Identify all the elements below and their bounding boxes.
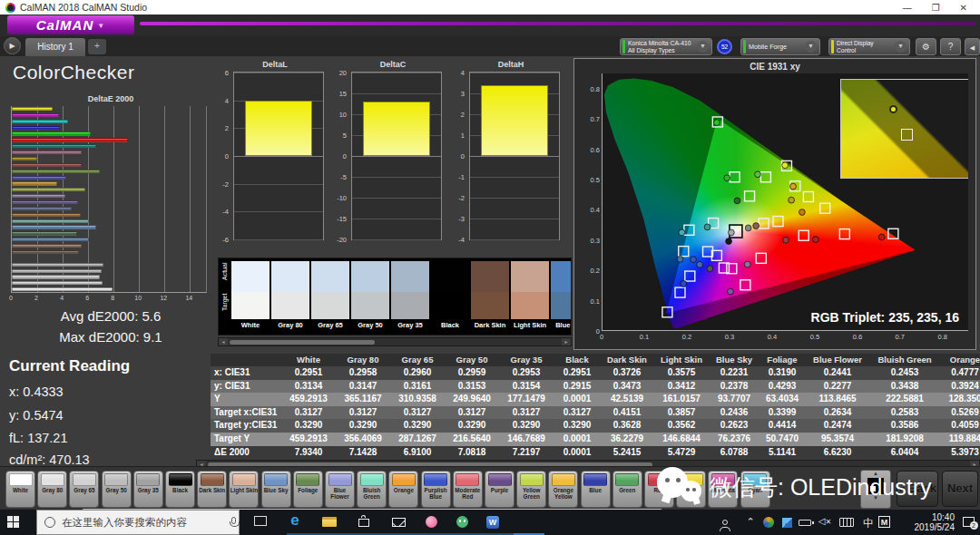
table-row: Y459.2913365.1167310.9358249.9640177.147… — [211, 393, 980, 406]
swatch-gray-80: Gray 80 — [271, 261, 309, 332]
photos-icon[interactable] — [423, 514, 439, 530]
people-icon[interactable] — [717, 517, 733, 533]
start-button[interactable] — [7, 516, 20, 529]
axis-tick-label: 0 — [214, 152, 229, 160]
back-button[interactable]: « Back — [897, 471, 938, 507]
source-button[interactable]: Mobile Forge ▼ — [740, 38, 820, 55]
touch-keyboard-icon[interactable] — [838, 514, 855, 530]
tray-expand-icon[interactable]: ⌃ — [742, 516, 759, 532]
swatch-target — [511, 292, 549, 319]
patch-button-black[interactable]: Black — [165, 471, 195, 508]
table-row: Target x:CIE310.31270.31270.31270.31270.… — [211, 406, 980, 420]
chevron-down-icon: ▼ — [697, 41, 709, 53]
gear-icon: ⚙ — [922, 42, 930, 52]
patch-button-gray-65[interactable]: Gray 65 — [69, 471, 99, 508]
de-bar — [12, 250, 79, 254]
arrow-down-icon[interactable]: ▼ — [861, 495, 890, 501]
notification-center-icon[interactable]: 2 — [960, 514, 976, 530]
mic-icon[interactable] — [231, 517, 236, 524]
patch-button-yellow-green[interactable]: Yellow Green — [516, 471, 546, 508]
target-marker — [730, 172, 740, 182]
wechat-icon[interactable] — [454, 514, 470, 530]
calman-logo-menu[interactable]: CalMAN▼ — [7, 15, 134, 34]
ime-indicator[interactable]: 中 — [860, 516, 877, 532]
patch-button-light-skin[interactable]: Light Skin — [229, 471, 259, 508]
patch-button-blue-flower[interactable]: Blue Flower — [325, 471, 355, 508]
axis-tick-label: -6 — [214, 236, 229, 244]
measured-marker — [755, 171, 761, 178]
3d-box-icon[interactable] — [779, 514, 795, 530]
wps-icon[interactable]: W — [485, 514, 501, 530]
table-cell: 365.1167 — [336, 393, 390, 406]
patch-button-white[interactable]: White — [5, 471, 35, 508]
mail-icon[interactable] — [390, 514, 407, 530]
patch-button-orange[interactable]: Orange — [388, 471, 418, 508]
next-button[interactable]: Next » — [942, 471, 978, 507]
patch-button-orange-yellow[interactable]: Orange Yellow — [548, 471, 578, 508]
patch-button-red[interactable]: Red — [644, 471, 674, 508]
patch-button-moderate-red[interactable]: Moderate Red — [453, 471, 483, 508]
m-tray-icon[interactable]: M — [878, 516, 895, 532]
actual-row-label: Actual — [221, 268, 228, 280]
close-button[interactable]: ✕ — [960, 3, 967, 13]
taskbar-search[interactable]: 在这里输入你要搜索的内容 — [36, 510, 240, 535]
display-control-button[interactable]: Direct Display Control ▼ — [828, 38, 910, 55]
patch-button-foliage[interactable]: Foliage — [293, 471, 323, 508]
table-cell: 6.9100 — [390, 446, 445, 460]
store-icon[interactable] — [356, 514, 372, 530]
taskbar-clock[interactable]: 10:40 2019/5/24 — [898, 512, 955, 532]
add-tab-button[interactable]: + — [88, 39, 106, 54]
play-icon[interactable]: ▶ — [4, 37, 21, 54]
patch-button-dark-skin[interactable]: Dark Skin — [197, 471, 227, 508]
tab-history-1[interactable]: History 1 — [25, 38, 85, 56]
maximize-button[interactable]: ❐ — [932, 3, 940, 13]
patch-button-green[interactable]: Green — [612, 471, 642, 508]
patch-button-purplish-blue[interactable]: Purplish Blue — [421, 471, 451, 508]
de-bar — [12, 176, 66, 180]
meter-button[interactable]: Konica Minolta CA-410All Display Types ▼ — [620, 38, 712, 55]
table-cell: 0.3399 — [759, 406, 806, 420]
table-cell: 0.3127 — [336, 406, 390, 420]
axis-tick-label: 6 — [85, 295, 89, 301]
scroll-left-icon[interactable]: ◂ — [219, 338, 228, 345]
gridline — [352, 239, 441, 240]
browser-sphere-icon[interactable] — [760, 514, 777, 530]
volume-muted-icon[interactable]: ◁✕ — [817, 516, 833, 532]
task-view-icon[interactable] — [252, 514, 269, 530]
patch-window-control[interactable]: ▲ ▼ — [860, 470, 891, 509]
meter-count-badge: 52 — [717, 39, 732, 54]
axis-tick-label: 20 — [332, 69, 347, 77]
collapse-panel-button[interactable]: ◀ — [965, 38, 980, 55]
swatch-scrollbar[interactable]: ◂ ▸ — [218, 337, 572, 346]
edge-icon[interactable]: e — [287, 511, 303, 528]
patch-button-gray-80[interactable]: Gray 80 — [37, 471, 67, 508]
patch-button-blue[interactable]: Blue — [581, 471, 611, 508]
file-explorer-icon[interactable] — [321, 514, 338, 530]
gridline — [164, 106, 165, 292]
minimize-button[interactable]: — — [903, 3, 912, 13]
patch-button-gray-35[interactable]: Gray 35 — [133, 471, 163, 508]
table-cell: 42.5139 — [601, 393, 653, 406]
patch-button-blue-sky[interactable]: Blue Sky — [261, 471, 291, 508]
patch-button-cyan[interactable]: Cyan — [740, 471, 770, 508]
patch-button-yellow[interactable]: Yellow — [676, 471, 706, 508]
arrow-up-icon[interactable]: ▲ — [861, 471, 890, 477]
patch-button-bluish-green[interactable]: Bluish Green — [357, 471, 387, 508]
patch-button-purple[interactable]: Purple — [485, 471, 514, 508]
settings-button[interactable]: ⚙ — [916, 38, 936, 55]
table-cell: 0.3127 — [281, 406, 336, 420]
table-row: y: CIE310.31340.31470.31610.31530.31540.… — [211, 380, 980, 394]
patch-button-magenta[interactable]: Magenta — [708, 471, 738, 508]
battery-icon[interactable] — [797, 514, 813, 530]
table-cell: 0.2634 — [806, 406, 869, 420]
measured-point-icon — [889, 105, 897, 113]
scrollbar-thumb[interactable] — [230, 340, 375, 345]
table-cell: 0.3586 — [869, 419, 940, 433]
patch-button-gray-50[interactable]: Gray 50 — [102, 471, 132, 508]
meter-status-indicator — [622, 40, 625, 54]
scroll-right-icon[interactable]: ▸ — [562, 338, 571, 345]
de-bar — [12, 131, 91, 135]
help-button[interactable]: ? — [940, 38, 961, 55]
table-column-header: Blue Sky — [710, 354, 759, 366]
table-cell: 0.0001 — [554, 433, 601, 446]
